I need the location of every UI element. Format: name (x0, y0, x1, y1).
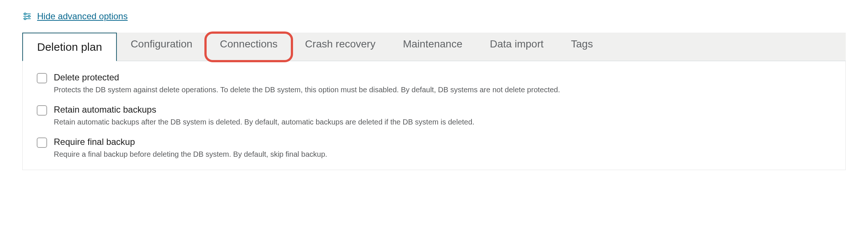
tab-deletion-plan[interactable]: Deletion plan (22, 33, 117, 61)
tab-connections[interactable]: Connections (206, 33, 292, 61)
sliders-icon (22, 11, 32, 21)
svg-point-1 (24, 13, 26, 15)
option-require-final-backup: Require final backup Require a final bac… (37, 137, 831, 159)
checkbox-delete-protected[interactable] (37, 73, 47, 83)
option-label: Require final backup (54, 137, 327, 147)
option-retain-backups: Retain automatic backups Retain automati… (37, 104, 831, 126)
svg-point-3 (28, 16, 30, 17)
tab-tags[interactable]: Tags (557, 33, 606, 61)
option-label: Delete protected (54, 72, 560, 83)
hide-advanced-options-text: Hide advanced options (37, 11, 128, 21)
option-delete-protected: Delete protected Protects the DB system … (37, 72, 831, 94)
tab-data-import[interactable]: Data import (476, 33, 558, 61)
hide-advanced-options-link[interactable]: Hide advanced options (22, 11, 128, 21)
tab-label: Maintenance (403, 38, 462, 50)
option-text: Retain automatic backups Retain automati… (54, 104, 474, 126)
checkbox-retain-backups[interactable] (37, 105, 47, 116)
tabs-panel: Deletion plan Configuration Connections … (22, 33, 846, 170)
tab-label: Data import (490, 38, 544, 50)
option-label: Retain automatic backups (54, 104, 474, 115)
checkbox-require-final-backup[interactable] (37, 137, 47, 148)
tab-label: Tags (571, 38, 593, 50)
tab-label: Crash recovery (305, 38, 375, 50)
option-text: Delete protected Protects the DB system … (54, 72, 560, 94)
tab-configuration[interactable]: Configuration (117, 33, 206, 61)
svg-point-5 (24, 18, 26, 20)
tab-label: Connections (220, 38, 278, 50)
option-description: Protects the DB system against delete op… (54, 86, 560, 94)
tab-maintenance[interactable]: Maintenance (389, 33, 476, 61)
tab-label: Configuration (131, 38, 193, 50)
tab-label: Deletion plan (37, 41, 102, 53)
tabs-container: Deletion plan Configuration Connections … (22, 33, 846, 61)
option-description: Require a final backup before deleting t… (54, 150, 327, 159)
tab-content-deletion-plan: Delete protected Protects the DB system … (22, 61, 846, 170)
option-text: Require final backup Require a final bac… (54, 137, 327, 159)
option-description: Retain automatic backups after the DB sy… (54, 118, 474, 126)
tab-crash-recovery[interactable]: Crash recovery (291, 33, 389, 61)
